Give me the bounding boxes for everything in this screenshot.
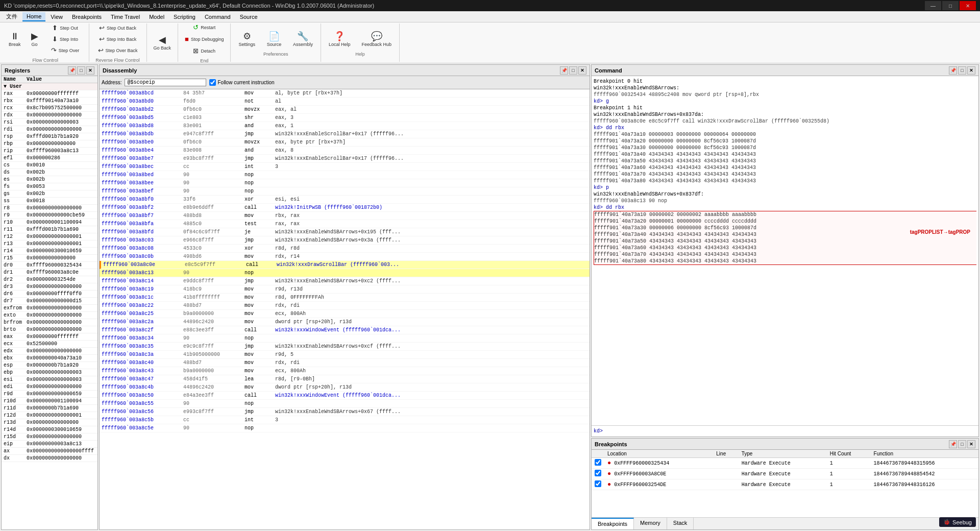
menu-model[interactable]: Model: [145, 13, 168, 21]
disasm-row[interactable]: fffff960`003a8bdb e947c8f7ff jmp win32k!…: [100, 130, 590, 138]
disasm-row[interactable]: fffff960`003a8c5e 90 nop: [100, 424, 590, 432]
source-button[interactable]: 📄 Source: [262, 29, 286, 50]
disasm-row[interactable]: fffff960`003a8c0e e8c5c9f7ff call win32k…: [100, 261, 590, 269]
detach-button[interactable]: ⊠ Detach: [189, 45, 219, 56]
disasm-row[interactable]: fffff960`003a8c0b 498bd6 mov rdx, r14: [100, 253, 590, 261]
stop-debugging-button[interactable]: ■ Stop Debugging: [181, 34, 227, 44]
disasm-row[interactable]: fffff960`003a8bef 90 nop: [100, 187, 590, 196]
disasm-row[interactable]: fffff960`003a8c08 4533c0 xor r8d, r8d: [100, 245, 590, 253]
command-input[interactable]: [605, 428, 976, 434]
disasm-row[interactable]: fffff960`003a8c40 488bd7 mov rdx, rdi: [100, 359, 590, 367]
disasm-row[interactable]: fffff960`003a8bee 90 nop: [100, 179, 590, 187]
menu-file[interactable]: 文件: [2, 12, 21, 21]
disasm-row[interactable]: fffff960`003a8c14 e9ddc8f7ff jmp win32k!…: [100, 277, 590, 285]
cmd-close-button[interactable]: ✕: [967, 66, 975, 75]
step-over-button[interactable]: ↷ Step Over: [45, 45, 86, 56]
disasm-row[interactable]: fffff960`003a8bf7 488bd8 mov rbx, rax: [100, 212, 590, 220]
disasm-row[interactable]: fffff960`003a8c1c 41b8ffffffff mov r8d, …: [100, 294, 590, 302]
disasm-row[interactable]: fffff960`003a8bd8 83e001 and eax, 1: [100, 122, 590, 130]
disasm-row[interactable]: fffff960`003a8c56 e993c8f7ff jmp win32k!…: [100, 408, 590, 416]
menu-scripting[interactable]: Scripting: [169, 13, 200, 21]
disasm-close-button[interactable]: ✕: [578, 66, 586, 75]
disassembly-content[interactable]: fffff960`003a8bcd 84 35h7 mov al, byte p…: [100, 89, 590, 529]
cmd-float-button[interactable]: □: [958, 66, 966, 75]
menu-command[interactable]: Command: [201, 13, 235, 21]
menu-source[interactable]: Source: [236, 13, 262, 21]
feedback-hub-button[interactable]: 💬 Feedback Hub: [357, 29, 397, 50]
disasm-row[interactable]: fffff960`003a8c03 e966c8f7ff jmp win32k!…: [100, 236, 590, 245]
disasm-row[interactable]: fffff960`003a8c55 90 nop: [100, 400, 590, 408]
bp-check[interactable]: [592, 469, 604, 479]
bp-check[interactable]: [592, 479, 604, 490]
disasm-row[interactable]: fffff960`003a8be0 0fb6c0 movzx eax, byte…: [100, 138, 590, 147]
local-help-button[interactable]: ❓ Local Help: [324, 29, 355, 50]
go-back-button[interactable]: ◀ Go Back: [150, 33, 175, 53]
registers-scroll-area[interactable]: Name Value ▼ Userrax0x00000000fffffffrbx…: [2, 76, 97, 529]
disasm-row[interactable]: fffff960`003a8c3a 41b905000000 mov r9d, …: [100, 351, 590, 359]
bp-check[interactable]: [592, 458, 604, 469]
cmd-pin-button[interactable]: 📌: [949, 66, 957, 75]
bp-pin-button[interactable]: 📌: [949, 440, 957, 448]
step-into-button[interactable]: ⬇ Step Into: [45, 34, 86, 44]
disasm-row[interactable]: fffff960`003a8bed 90 nop: [100, 171, 590, 179]
disasm-row[interactable]: fffff960`003a8c43 b9a0000000 mov ecx, 80…: [100, 367, 590, 375]
registers-pin-button[interactable]: 📌: [68, 66, 76, 75]
minimize-button[interactable]: —: [925, 1, 941, 10]
assembly-button[interactable]: 🔧 Assembly: [288, 29, 317, 50]
breakpoints-table-area[interactable]: Location Line Type Hit Count Function ● …: [592, 450, 978, 517]
disasm-row[interactable]: fffff960`003a8c50 e84a3ee3ff call win32k…: [100, 392, 590, 400]
disasm-row[interactable]: fffff960`003a8c34 90 nop: [100, 334, 590, 343]
disasm-row[interactable]: fffff960`003a8c13 90 nop: [100, 269, 590, 277]
disasm-row[interactable]: fffff960`003a8bd0 f6d0 not al: [100, 98, 590, 106]
follow-instruction-checkbox-label[interactable]: Follow current instruction: [209, 79, 274, 86]
disasm-row[interactable]: fffff960`003a8c22 488bd7 mov rdx, rdi: [100, 302, 590, 310]
disasm-row[interactable]: fffff960`003a8bec cc int 3: [100, 163, 590, 171]
maximize-button[interactable]: □: [942, 1, 959, 10]
bp-float-button[interactable]: □: [958, 440, 966, 448]
bp-checkbox[interactable]: [595, 480, 601, 487]
disasm-row[interactable]: fffff960`003a8bd5 c1e803 shr eax, 3: [100, 114, 590, 122]
disasm-row[interactable]: fffff960`003a8be4 83e008 and eax, 8: [100, 147, 590, 155]
step-into-back-button[interactable]: ↩ Step Into Back: [92, 34, 143, 44]
menu-time-travel[interactable]: Time Travel: [107, 13, 144, 21]
disasm-row[interactable]: fffff960`003a8bcd 84 35h7 mov al, byte p…: [100, 89, 590, 98]
disasm-row[interactable]: fffff960`003a8bfa 4885c0 test rax, rax: [100, 220, 590, 228]
command-output[interactable]: Breakpoint 0 hitwin32k!xxxEnableWndSBArr…: [592, 76, 978, 425]
disasm-row[interactable]: fffff960`003a8c5b cc int 3: [100, 416, 590, 424]
menu-home[interactable]: Home: [22, 12, 45, 21]
bp-close-button[interactable]: ✕: [967, 440, 975, 448]
disasm-float-button[interactable]: □: [569, 66, 577, 75]
disasm-row[interactable]: fffff960`003a8c4b 44896c2420 mov dword p…: [100, 383, 590, 392]
disasm-row[interactable]: fffff960`003a8bf2 e8b9e6ddff call win32k…: [100, 204, 590, 212]
tab-stack[interactable]: Stack: [667, 518, 694, 529]
registers-float-button[interactable]: □: [77, 66, 85, 75]
disasm-row[interactable]: fffff960`003a8be7 e93bc8f7ff jmp win32k!…: [100, 155, 590, 163]
menu-view[interactable]: View: [46, 13, 67, 21]
menu-breakpoints[interactable]: Breakpoints: [68, 13, 106, 21]
step-over-back-button[interactable]: ↩ Step Over Back: [92, 45, 143, 56]
disasm-row[interactable]: fffff960`003a8c35 e9c9c8f7ff jmp win32k!…: [100, 343, 590, 351]
restart-button[interactable]: ↺ Restart: [189, 22, 219, 33]
address-input[interactable]: [125, 79, 206, 86]
tab-memory[interactable]: Memory: [634, 518, 667, 529]
disasm-row[interactable]: fffff960`003a8c19 418bc9 mov r9d, r13d: [100, 285, 590, 294]
bp-checkbox[interactable]: [595, 470, 601, 476]
go-button[interactable]: ▶ Go: [26, 30, 44, 49]
disasm-row[interactable]: fffff960`003a8c2a 44896c2420 mov dword p…: [100, 318, 590, 326]
breakpoint-row[interactable]: ● 0xFFFF960003254DE Hardware Execute 1 1…: [592, 479, 978, 490]
breakpoint-row[interactable]: ● 0xFFFF960000325434 Hardware Execute 1 …: [592, 458, 978, 469]
follow-instruction-checkbox[interactable]: [209, 79, 216, 86]
step-out-button[interactable]: ⬆ Step Out: [45, 22, 86, 33]
disasm-row[interactable]: fffff960`003a8c25 b9a0000000 mov ecx, 80…: [100, 310, 590, 318]
breakpoint-row[interactable]: ● 0xFFFF960003A8C0E Hardware Execute 1 1…: [592, 469, 978, 479]
disasm-row[interactable]: fffff960`003a8c2f e88c3ee3ff call win32k…: [100, 326, 590, 334]
disasm-row[interactable]: fffff960`003a8c47 458d41f5 lea r8d, [r9-…: [100, 375, 590, 383]
settings-button[interactable]: ⚙ Settings: [234, 29, 260, 50]
disasm-row[interactable]: fffff960`003a8bf0 33f6 xor esi, esi: [100, 196, 590, 204]
disasm-row[interactable]: fffff960`003a8bfd 0f84c6c9f7ff je win32k…: [100, 228, 590, 236]
tab-breakpoints[interactable]: Breakpoints: [592, 518, 634, 529]
step-out-back-button[interactable]: ↩ Step Out Back: [92, 22, 143, 33]
bp-checkbox[interactable]: [595, 459, 601, 466]
disasm-pin-button[interactable]: 📌: [560, 66, 568, 75]
break-button[interactable]: ⏸ Break: [5, 30, 24, 49]
